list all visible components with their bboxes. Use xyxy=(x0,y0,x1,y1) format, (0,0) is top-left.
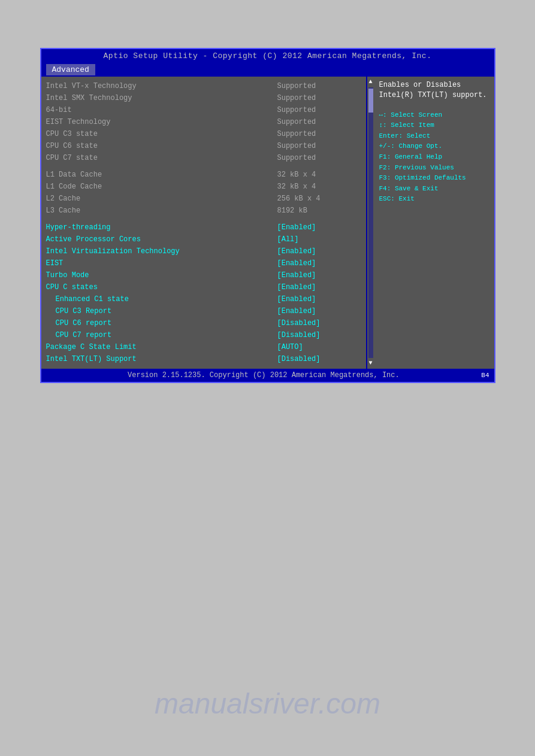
setting-label: L1 Data Cache xyxy=(46,169,277,180)
setting-value: 32 kB x 4 xyxy=(277,169,361,180)
help-description: Enables or Disables Intel(R) TXT(LT) sup… xyxy=(379,80,489,101)
build-number: B4 xyxy=(481,372,489,379)
setting-label: CPU C6 state xyxy=(46,141,277,151)
watermark: manualsriver.com xyxy=(155,687,380,720)
setting-label: CPU C3 state xyxy=(46,129,277,139)
setting-value: [Disabled] xyxy=(277,330,361,341)
setting-label: Intel SMX Technology xyxy=(46,93,277,104)
setting-label: Package C State Limit xyxy=(46,342,277,353)
setting-value: [Enabled] xyxy=(277,282,361,293)
setting-label: L2 Cache xyxy=(46,193,277,204)
setting-value: [Disabled] xyxy=(277,354,361,365)
setting-value: [Disabled] xyxy=(277,318,361,329)
table-row: 64-bit Supported xyxy=(46,104,361,116)
table-row: CPU C6 state Supported xyxy=(46,140,361,152)
setting-label: Active Processor Cores xyxy=(46,234,277,245)
key-hint: ↕: Select Item xyxy=(379,120,489,131)
setting-value: [All] xyxy=(277,234,361,245)
help-keys: ↔: Select Screen ↕: Select Item Enter: S… xyxy=(379,110,489,205)
setting-value: [Enabled] xyxy=(277,270,361,281)
setting-value: [Enabled] xyxy=(277,246,361,257)
table-row[interactable]: Active Processor Cores [All] xyxy=(46,233,361,245)
table-row[interactable]: CPU C7 report [Disabled] xyxy=(46,329,361,341)
table-row: CPU C3 state Supported xyxy=(46,128,361,140)
table-row[interactable]: Hyper-threading [Enabled] xyxy=(46,221,361,233)
setting-value: [Enabled] xyxy=(277,258,361,269)
setting-label: CPU C7 report xyxy=(46,330,277,341)
setting-value: Supported xyxy=(277,129,361,139)
bios-window: Aptio Setup Utility - Copyright (C) 2012… xyxy=(40,48,495,383)
key-hint: F2: Previous Values xyxy=(379,163,489,174)
table-row: L3 Cache 8192 kB xyxy=(46,205,361,217)
table-row: L1 Data Cache 32 kB x 4 xyxy=(46,169,361,181)
table-row[interactable]: CPU C6 report [Disabled] xyxy=(46,317,361,329)
setting-label: Intel Virtualization Technology xyxy=(46,246,277,257)
footer-bar: Version 2.15.1235. Copyright (C) 2012 Am… xyxy=(41,369,494,382)
scroll-down-arrow[interactable]: ▼ xyxy=(368,359,372,368)
nav-tab-advanced[interactable]: Advanced xyxy=(46,64,95,75)
table-row: CPU C7 state Supported xyxy=(46,152,361,164)
key-hint: Enter: Select xyxy=(379,131,489,142)
settings-table: Intel VT-x Technology Supported Intel SM… xyxy=(46,80,361,365)
setting-value: Supported xyxy=(277,93,361,104)
setting-label: L3 Cache xyxy=(46,205,277,216)
setting-value: [Enabled] xyxy=(277,294,361,305)
table-row[interactable]: CPU C states [Enabled] xyxy=(46,281,361,293)
help-panel: Enables or Disables Intel(R) TXT(LT) sup… xyxy=(374,77,494,369)
key-hint: F1: General Help xyxy=(379,152,489,163)
setting-label: CPU C states xyxy=(46,282,277,293)
table-row: L1 Code Cache 32 kB x 4 xyxy=(46,181,361,193)
table-row[interactable]: Enhanced C1 state [Enabled] xyxy=(46,293,361,305)
title-bar: Aptio Setup Utility - Copyright (C) 2012… xyxy=(41,49,494,63)
table-row[interactable]: EIST [Enabled] xyxy=(46,257,361,269)
table-row: L2 Cache 256 kB x 4 xyxy=(46,193,361,205)
setting-value: 32 kB x 4 xyxy=(277,181,361,192)
setting-value: Supported xyxy=(277,153,361,163)
table-row[interactable]: CPU C3 Report [Enabled] xyxy=(46,305,361,317)
table-row[interactable]: Intel TXT(LT) Support [Disabled] xyxy=(46,353,361,365)
scroll-track[interactable] xyxy=(368,87,373,358)
scroll-up-arrow[interactable]: ▲ xyxy=(368,78,372,86)
table-row: Intel SMX Technology Supported xyxy=(46,92,361,104)
setting-value: Supported xyxy=(277,117,361,127)
table-row[interactable]: Intel Virtualization Technology [Enabled… xyxy=(46,245,361,257)
setting-label: Enhanced C1 state xyxy=(46,294,277,305)
key-hint: ESC: Exit xyxy=(379,194,489,205)
setting-label: 64-bit xyxy=(46,105,277,116)
version-text: Version 2.15.1235. Copyright (C) 2012 Am… xyxy=(46,371,482,379)
scrollbar[interactable]: ▲ ▼ xyxy=(367,77,374,369)
setting-label: EIST Technology xyxy=(46,117,277,127)
table-row[interactable]: Package C State Limit [AUTO] xyxy=(46,341,361,353)
setting-label: Hyper-threading xyxy=(46,222,277,233)
key-hint: ↔: Select Screen xyxy=(379,110,489,121)
setting-value: [Enabled] xyxy=(277,222,361,233)
table-row: EIST Technology Supported xyxy=(46,116,361,128)
setting-label: CPU C7 state xyxy=(46,153,277,163)
setting-value: Supported xyxy=(277,105,361,116)
setting-value: [AUTO] xyxy=(277,342,361,353)
setting-label: EIST xyxy=(46,258,277,269)
key-hint: F4: Save & Exit xyxy=(379,184,489,195)
setting-value: Supported xyxy=(277,81,361,92)
table-row: Intel VT-x Technology Supported xyxy=(46,80,361,92)
setting-label: CPU C3 Report xyxy=(46,306,277,317)
setting-label: Intel VT-x Technology xyxy=(46,81,277,92)
setting-label: Intel TXT(LT) Support xyxy=(46,354,277,365)
content-area: Intel VT-x Technology Supported Intel SM… xyxy=(41,77,494,369)
setting-value: 256 kB x 4 xyxy=(277,193,361,204)
setting-label: Turbo Mode xyxy=(46,270,277,281)
main-panel: Intel VT-x Technology Supported Intel SM… xyxy=(41,77,367,369)
scroll-thumb xyxy=(368,89,373,113)
setting-value: 8192 kB xyxy=(277,205,361,216)
key-hint: F3: Optimized Defaults xyxy=(379,173,489,184)
setting-value: Supported xyxy=(277,141,361,151)
setting-label: CPU C6 report xyxy=(46,318,277,329)
setting-label: L1 Code Cache xyxy=(46,181,277,192)
setting-value: [Enabled] xyxy=(277,306,361,317)
nav-bar: Advanced xyxy=(41,63,494,77)
table-row[interactable]: Turbo Mode [Enabled] xyxy=(46,269,361,281)
key-hint: +/-: Change Opt. xyxy=(379,141,489,152)
